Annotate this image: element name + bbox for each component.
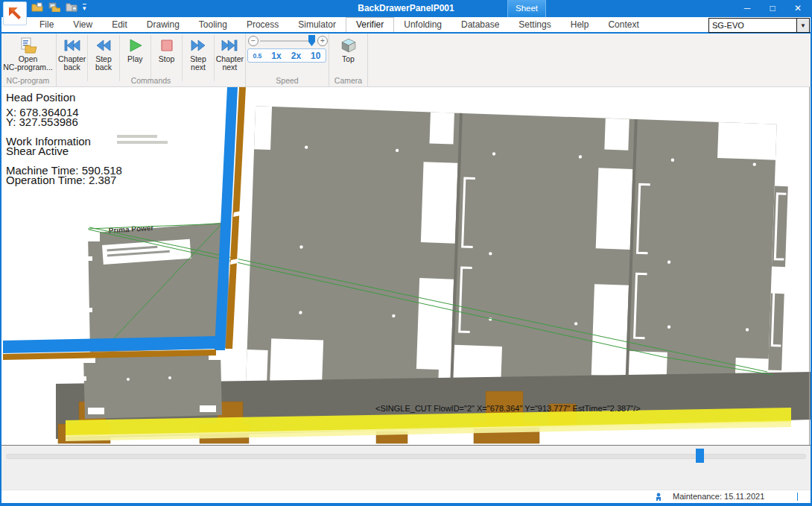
speed-preset-05[interactable]: 0.5 — [253, 52, 262, 60]
ribbon: Open NC-program... NC-program Chapter ba… — [0, 34, 812, 87]
machine-selector-value: SG-EVO — [709, 21, 796, 30]
window-border-bottom — [0, 503, 812, 506]
cut-panel-lower — [82, 351, 222, 419]
maximize-button[interactable]: □ — [760, 0, 785, 17]
speed-preset-10[interactable]: 10 — [311, 51, 320, 61]
group-commands: Chapter back Step back Play — [57, 34, 246, 86]
viewport-edge — [809, 87, 810, 445]
tab-edit[interactable]: Edit — [102, 18, 137, 32]
step-next-icon — [190, 37, 206, 54]
top-camera-icon — [340, 37, 357, 54]
speed-slider-track[interactable] — [260, 40, 315, 42]
tab-context[interactable]: Context — [598, 18, 648, 32]
stop-icon — [159, 37, 174, 54]
play-button[interactable]: Play — [120, 34, 150, 75]
head-position-y: Y: 327.553986 — [6, 117, 122, 127]
prima-power-arrow-icon — [7, 5, 23, 22]
speed-decrease-button[interactable]: − — [248, 36, 258, 46]
group-label-nc-program: NC-program — [0, 76, 56, 85]
title-bar: ▾ BackDrawerPanelP001 Sheet ─ □ ✕ — [0, 0, 812, 17]
tab-simulator[interactable]: Simulator — [288, 18, 346, 32]
play-icon — [127, 37, 142, 54]
speed-increase-button[interactable]: + — [317, 36, 328, 46]
step-back-button[interactable]: Step back — [88, 34, 118, 75]
work-status: Shear Active — [6, 146, 122, 156]
timeline-track[interactable] — [6, 454, 806, 459]
cut-log-line: <SINGLE_CUT FlowID="2" X="678.364" Y="91… — [375, 402, 641, 416]
cut-log-line: <SINGLE_CUT FlowID="3" X="73.568" Y="327… — [375, 442, 641, 446]
simulation-info-panel: Head Position X: 678.364014 Y: 327.55398… — [6, 92, 122, 186]
group-label-speed: Speed — [246, 76, 329, 85]
head-position-title: Head Position — [6, 92, 122, 103]
window-title: BackDrawerPanelP001 — [0, 0, 812, 17]
speed-preset-1x[interactable]: 1x — [271, 51, 281, 61]
tab-process[interactable]: Process — [237, 18, 288, 32]
top-camera-button[interactable]: Top — [329, 34, 367, 75]
tab-database[interactable]: Database — [451, 18, 509, 32]
operation-time: Operation Time: 2.387 — [6, 175, 122, 186]
window-controls: ─ □ ✕ — [735, 0, 811, 17]
tab-unfolding[interactable]: Unfolding — [394, 18, 451, 32]
speed-preset-2x[interactable]: 2x — [291, 51, 301, 61]
status-bar: Maintenance: 15.11.2021 — [0, 490, 812, 503]
stop-button[interactable]: Stop — [151, 34, 182, 75]
timeline-zone — [0, 445, 812, 490]
chapter-next-label: Chapter next — [216, 55, 244, 72]
status-separator — [797, 493, 798, 501]
open-nc-program-button[interactable]: Open NC-program... — [0, 34, 56, 75]
group-label-camera: Camera — [329, 76, 367, 85]
group-camera: Top Camera — [329, 34, 368, 86]
step-back-label: Step back — [95, 55, 112, 72]
group-nc-program: Open NC-program... NC-program — [0, 34, 57, 86]
window-border-left — [0, 17, 1, 506]
tab-help[interactable]: Help — [561, 18, 599, 32]
close-button[interactable]: ✕ — [785, 0, 811, 17]
chevron-down-icon[interactable]: ▼ — [796, 19, 809, 32]
nc-cut-log: <SINGLE_CUT FlowID="2" X="678.364" Y="91… — [375, 376, 641, 445]
minimize-button[interactable]: ─ — [735, 0, 760, 17]
ribbon-tab-bar: File View Edit Drawing Tooling Process S… — [0, 17, 812, 34]
group-label-commands: Commands — [57, 76, 245, 85]
top-camera-label: Top — [342, 55, 355, 63]
step-back-icon — [95, 37, 112, 54]
context-tab-sheet[interactable]: Sheet — [507, 0, 546, 17]
chapter-back-button[interactable]: Chapter back — [57, 34, 87, 75]
app-logo[interactable] — [3, 1, 27, 25]
tab-tooling[interactable]: Tooling — [189, 18, 237, 32]
timeline-handle[interactable] — [696, 449, 704, 463]
maintenance-date: Maintenance: 15.11.2021 — [673, 492, 764, 501]
chapter-next-button[interactable]: Chapter next — [215, 34, 245, 75]
step-next-button[interactable]: Step next — [183, 34, 213, 75]
machine-selector-combobox[interactable]: SG-EVO ▼ — [708, 18, 810, 33]
tab-view[interactable]: View — [63, 18, 102, 32]
chapter-back-label: Chapter back — [58, 55, 86, 72]
step-next-label: Step next — [190, 55, 206, 72]
play-label: Play — [127, 55, 142, 63]
tab-verifier[interactable]: Verifier — [346, 17, 394, 32]
tab-drawing[interactable]: Drawing — [137, 18, 189, 32]
chapter-next-icon — [221, 37, 238, 54]
stop-label: Stop — [159, 55, 175, 63]
simulation-viewport[interactable]: Prima Power Head — [0, 87, 812, 445]
tab-settings[interactable]: Settings — [509, 18, 560, 32]
group-speed: − + 0.5 1x 2x 10 Speed — [246, 34, 329, 86]
nc-file-icon — [19, 37, 37, 54]
speed-slider-handle[interactable] — [308, 35, 315, 46]
chapter-back-icon — [63, 37, 81, 54]
tab-file[interactable]: File — [30, 18, 63, 32]
speed-presets: 0.5 1x 2x 10 — [247, 48, 326, 63]
open-nc-program-label: Open NC-program... — [3, 55, 53, 72]
